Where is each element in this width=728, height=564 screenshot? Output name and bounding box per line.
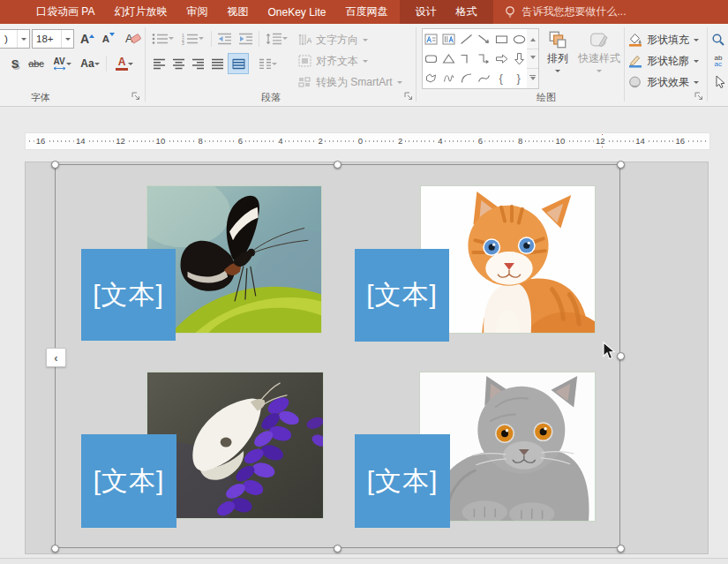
text-placeholder-1[interactable]: [文本] [81, 249, 176, 341]
font-name-dropdown[interactable] [17, 30, 29, 48]
triangle-shape-icon[interactable] [441, 52, 456, 65]
tab-pocket-animation[interactable]: 口袋动画 PA [26, 0, 104, 24]
arrange-button[interactable]: 排列 [540, 28, 575, 86]
numbering-button[interactable]: 123 [179, 29, 206, 48]
elbow-arrow-connector-shape-icon[interactable] [477, 52, 492, 65]
collapse-chevron-icon: ‹ [54, 351, 57, 365]
curve-shape-icon[interactable] [477, 71, 492, 85]
align-right-button[interactable] [189, 54, 206, 73]
text-shadow-button[interactable]: S [7, 54, 23, 73]
change-case-button[interactable]: Aa [78, 54, 102, 73]
increase-indent-button[interactable] [236, 29, 254, 48]
line-spacing-button[interactable] [263, 29, 289, 48]
line-shape-icon[interactable] [459, 33, 474, 46]
powerpoint-window: 口袋动画 PA 幻灯片放映 审阅 视图 OneKey Lite 百度网盘 设计 … [0, 0, 728, 564]
align-center-button[interactable] [169, 54, 187, 73]
gallery-more-button[interactable] [527, 69, 538, 88]
justify-button[interactable] [208, 54, 226, 73]
triangle-up-icon [530, 35, 536, 41]
font-color-button[interactable]: A [111, 54, 138, 73]
text-placeholder-2[interactable]: [文本] [355, 249, 449, 342]
elbow-connector-shape-icon[interactable] [459, 52, 474, 65]
chevron-down-icon [694, 39, 699, 44]
scribble-shape-icon[interactable] [441, 71, 456, 85]
selection-handle-bottom-right[interactable] [617, 545, 625, 553]
selection-handle-top-left[interactable] [51, 161, 59, 169]
paragraph-dialog-launcher-icon[interactable] [403, 91, 413, 101]
left-brace-shape-icon[interactable]: { [494, 71, 509, 85]
align-right-icon [191, 58, 205, 70]
ruler-number: 4 [436, 135, 444, 147]
bullets-button[interactable] [150, 29, 175, 48]
ribbon-tab-bar: 口袋动画 PA 幻灯片放映 审阅 视图 OneKey Lite 百度网盘 设计 … [0, 0, 728, 24]
increase-font-size-button[interactable]: A [78, 29, 97, 48]
textbox-shape-icon[interactable] [424, 33, 439, 46]
right-brace-shape-icon[interactable]: } [512, 71, 527, 85]
tab-slideshow[interactable]: 幻灯片放映 [104, 0, 176, 24]
shape-fill-button[interactable]: 形状填充 [628, 32, 699, 48]
tab-onekey-lite[interactable]: OneKey Lite [258, 0, 335, 24]
arc-shape-icon[interactable] [459, 71, 474, 85]
vertical-textbox-shape-icon[interactable] [441, 33, 456, 46]
ruler-number: 12 [114, 135, 127, 147]
text-placeholder-3[interactable]: [文本] [81, 434, 176, 528]
strikethrough-button[interactable]: abc [26, 54, 47, 73]
decrease-font-size-button[interactable]: A [99, 29, 118, 48]
drawing-dialog-launcher-icon[interactable] [694, 91, 703, 101]
increase-indent-icon [238, 33, 253, 45]
align-left-button[interactable] [150, 54, 168, 73]
group-divider [707, 27, 708, 102]
numbering-icon: 123 [182, 33, 199, 45]
selection-handle-top-center[interactable] [334, 161, 341, 169]
replace-button[interactable]: ab ac [709, 53, 727, 69]
right-arrow-shape-icon[interactable] [494, 52, 509, 65]
text-direction-button[interactable]: A 文字方向 [298, 32, 368, 48]
shapes-gallery-scrollbar [527, 28, 539, 89]
line-spacing-icon [266, 33, 282, 45]
selection-handle-top-right[interactable] [617, 161, 625, 169]
collapse-pane-button[interactable]: ‹ [46, 348, 66, 367]
rounded-rectangle-shape-icon[interactable] [424, 52, 439, 65]
decrease-indent-button[interactable] [215, 29, 233, 48]
tell-me-box[interactable]: 告诉我您想要做什么... [493, 0, 637, 24]
oval-shape-icon[interactable] [512, 33, 527, 46]
decrease-arrow-icon [109, 33, 115, 39]
gallery-scroll-down-button[interactable] [527, 49, 538, 70]
freeform-shape-icon[interactable] [424, 71, 439, 85]
arrange-icon [549, 31, 567, 49]
columns-button[interactable] [254, 54, 281, 73]
selection-handle-middle-right[interactable] [617, 352, 625, 360]
select-button[interactable] [711, 74, 727, 90]
text-placeholder-4[interactable]: [文本] [355, 434, 450, 528]
convert-to-smartart-button[interactable]: 转换为 SmartArt [298, 74, 402, 90]
tab-design[interactable]: 设计 [406, 0, 447, 24]
down-arrow-shape-icon[interactable] [512, 52, 527, 65]
character-spacing-button[interactable]: AV [49, 54, 75, 73]
quick-styles-button[interactable]: 快速样式 [577, 28, 621, 86]
arrow-shape-icon[interactable] [477, 33, 492, 46]
gallery-scroll-up-button[interactable] [527, 29, 538, 49]
tab-view[interactable]: 视图 [217, 0, 258, 24]
selection-handle-bottom-left[interactable] [51, 545, 59, 553]
tab-format[interactable]: 格式 [447, 0, 487, 24]
divider [211, 31, 212, 47]
rectangle-shape-icon[interactable] [494, 33, 509, 46]
distributed-align-button[interactable] [228, 53, 249, 74]
font-color-icon: A [116, 56, 128, 71]
font-dialog-launcher-icon[interactable] [131, 91, 140, 101]
bullets-icon [152, 33, 169, 45]
chevron-down-icon [272, 63, 277, 68]
font-name-combo[interactable]: ) [0, 29, 30, 49]
font-size-dropdown[interactable] [61, 30, 73, 48]
selection-handle-bottom-center[interactable] [334, 545, 341, 553]
tab-baidu-netdisk[interactable]: 百度网盘 [336, 0, 398, 24]
ribbon: ) 18+ A A A S abc AV [0, 24, 728, 107]
shape-outline-button[interactable]: 形状轮廓 [628, 53, 699, 69]
tab-review[interactable]: 审阅 [176, 0, 217, 24]
svg-text:3: 3 [182, 41, 184, 45]
align-text-button[interactable]: 对齐文本 [298, 53, 368, 69]
font-size-combo[interactable]: 18+ [32, 29, 74, 49]
find-button[interactable] [710, 32, 726, 48]
clear-formatting-button[interactable]: A [122, 29, 143, 48]
shape-effects-button[interactable]: 形状效果 [628, 74, 699, 90]
